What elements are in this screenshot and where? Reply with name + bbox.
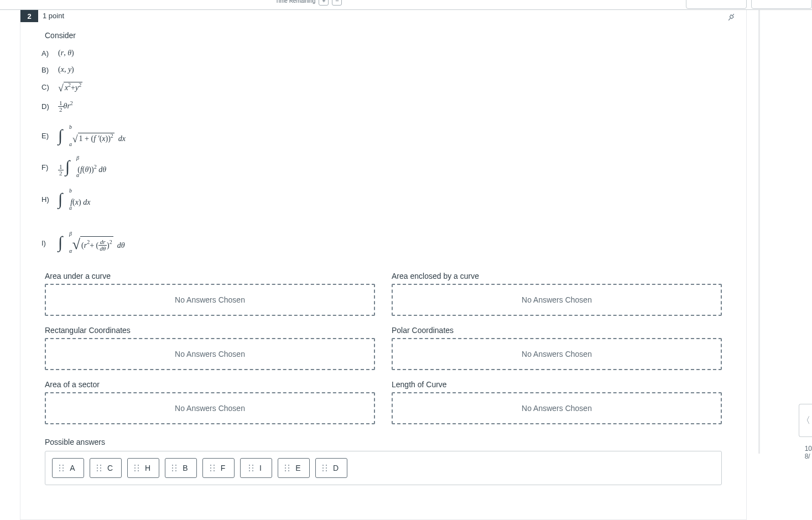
svg-point-39 (288, 467, 289, 469)
option-i-label: I) (41, 239, 51, 247)
grip-icon (134, 464, 139, 472)
option-c-math: √x2 + y2 (58, 82, 82, 92)
time-minus-button[interactable]: − (332, 0, 342, 6)
category-length-curve: Length of Curve No Answers Chosen (392, 380, 722, 424)
grip-icon (210, 464, 215, 472)
category-label: Area enclosed by a curve (392, 272, 722, 280)
option-f-math: 12 ∫βα (f(θ))2 dθ (58, 158, 106, 176)
drop-zone-polar-coords[interactable]: No Answers Chosen (392, 338, 722, 370)
svg-point-17 (138, 470, 139, 471)
svg-point-26 (210, 467, 211, 469)
option-b-math: (x, y) (58, 65, 74, 74)
option-c: C) √x2 + y2 (41, 82, 722, 92)
category-label: Length of Curve (392, 380, 722, 389)
possible-answers-label: Possible answers (45, 438, 722, 446)
option-i: I) ∫βα √(r2 + (drdθ)2 dθ (41, 234, 722, 252)
answer-tile[interactable]: I (240, 458, 272, 478)
answer-tile[interactable]: E (278, 458, 310, 478)
svg-point-42 (322, 465, 324, 466)
svg-point-29 (214, 470, 215, 471)
svg-point-43 (326, 465, 327, 466)
time-remaining-label: Time Remaining (275, 0, 315, 4)
svg-point-38 (285, 467, 286, 469)
category-area-enclosed: Area enclosed by a curve No Answers Chos… (392, 272, 722, 316)
counter-bot: 8/ (805, 453, 812, 460)
svg-point-5 (63, 470, 64, 471)
drop-zone-area-enclosed[interactable]: No Answers Chosen (392, 284, 722, 316)
grip-icon (96, 464, 102, 472)
counter-top: 10 (805, 445, 812, 453)
question-points: 1 point (43, 12, 64, 20)
svg-point-1 (63, 465, 64, 466)
topbar-action-2[interactable] (751, 0, 812, 9)
drop-zone-area-under-curve[interactable]: No Answers Chosen (45, 284, 375, 316)
svg-point-30 (249, 465, 250, 466)
question-panel: 2 1 point Consider A) (r, θ) B) (x, y) C… (20, 10, 747, 520)
option-d-label: D) (41, 102, 51, 111)
drop-zone-rect-coords[interactable]: No Answers Chosen (45, 338, 375, 370)
top-bar: Time Remaining + − (0, 0, 812, 10)
svg-point-2 (59, 467, 60, 469)
svg-point-33 (252, 467, 253, 469)
scrollbar-rail[interactable] (758, 10, 760, 454)
tile-label: H (145, 464, 150, 472)
svg-point-27 (214, 467, 215, 469)
pin-icon[interactable] (726, 12, 736, 24)
category-area-sector: Area of a sector No Answers Chosen (45, 380, 375, 424)
option-d-math: 12θr2 (58, 100, 73, 113)
option-a-label: A) (41, 49, 51, 58)
svg-point-36 (285, 465, 286, 466)
svg-point-14 (134, 467, 136, 469)
tile-label: F (221, 464, 226, 472)
svg-point-19 (175, 465, 176, 466)
svg-point-35 (252, 470, 253, 471)
drop-zone-area-sector[interactable]: No Answers Chosen (45, 392, 375, 424)
svg-point-21 (175, 467, 176, 469)
grip-icon (322, 464, 327, 472)
option-a: A) (r, θ) (41, 49, 722, 58)
option-b: B) (x, y) (41, 65, 722, 74)
tile-label: E (295, 464, 300, 472)
svg-point-13 (138, 465, 139, 466)
option-d: D) 12θr2 (41, 100, 722, 113)
grip-icon (59, 464, 64, 472)
top-right-actions (686, 0, 812, 9)
svg-point-28 (210, 470, 211, 471)
svg-point-15 (138, 467, 139, 469)
answer-tile[interactable]: D (315, 458, 347, 478)
svg-point-41 (288, 470, 289, 471)
tile-label: B (183, 464, 188, 472)
category-label: Polar Coordinates (392, 326, 722, 335)
option-b-label: B) (41, 66, 51, 74)
answer-tile[interactable]: F (202, 458, 235, 478)
drop-zone-length-curve[interactable]: No Answers Chosen (392, 392, 722, 424)
svg-point-47 (326, 470, 327, 471)
answer-tile[interactable]: A (52, 458, 84, 478)
option-c-label: C) (41, 83, 51, 91)
svg-point-22 (172, 470, 173, 471)
answer-tile[interactable]: C (90, 458, 122, 478)
time-plus-button[interactable]: + (319, 0, 329, 6)
svg-point-9 (100, 467, 101, 469)
svg-point-6 (97, 465, 98, 466)
svg-point-3 (63, 467, 64, 469)
option-i-math: ∫βα √(r2 + (drdθ)2 dθ (58, 234, 125, 252)
nav-right-button[interactable]: 〈 (799, 404, 812, 437)
topbar-action-1[interactable] (686, 0, 747, 9)
svg-point-25 (214, 465, 215, 466)
svg-point-11 (100, 470, 101, 471)
svg-point-0 (59, 465, 60, 466)
tile-label: A (70, 464, 75, 472)
possible-answers-bank[interactable]: A C H B F I E D (45, 451, 722, 485)
answer-tile[interactable]: B (165, 458, 197, 478)
category-label: Area of a sector (45, 380, 375, 389)
svg-point-18 (172, 465, 173, 466)
question-prompt: Consider (45, 31, 722, 40)
svg-point-37 (288, 465, 289, 466)
category-grid: Area under a curve No Answers Chosen Are… (45, 272, 722, 424)
grip-icon (171, 464, 177, 472)
answer-tile[interactable]: H (127, 458, 159, 478)
tile-label: C (107, 464, 113, 472)
option-f-label: F) (41, 163, 51, 171)
grip-icon (248, 464, 254, 472)
